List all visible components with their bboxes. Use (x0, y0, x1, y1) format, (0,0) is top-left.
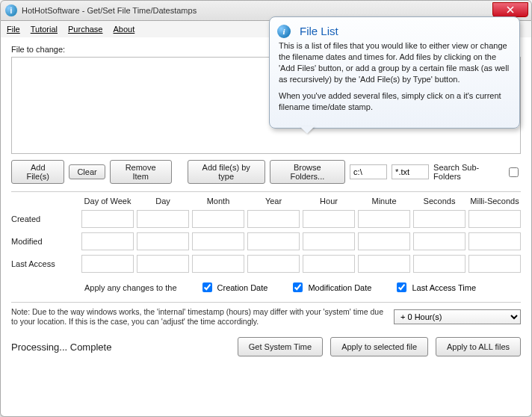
callout-p1: This is a list of files that you would l… (279, 40, 510, 84)
created-day[interactable] (137, 210, 189, 228)
lastaccess-dow[interactable] (81, 255, 134, 273)
col-month: Month (192, 197, 244, 206)
close-icon (507, 6, 514, 13)
modified-day[interactable] (137, 232, 189, 250)
last-access-checkbox[interactable] (397, 282, 406, 292)
row-lastaccess-label: Last Access (11, 259, 78, 268)
row-modified-label: Modified (11, 237, 78, 246)
apply-row: Apply any changes to the Creation Date M… (11, 280, 521, 294)
separator (11, 302, 521, 303)
modification-date-label: Modification Date (308, 283, 371, 292)
col-year: Year (247, 197, 300, 206)
grid-header: Day of Week Day Month Year Hour Minute S… (11, 197, 521, 206)
menu-purchase[interactable]: Purchase (68, 25, 102, 34)
created-milli[interactable] (468, 210, 521, 228)
last-access-label: Last Access Time (412, 283, 476, 292)
col-seconds: Seconds (413, 197, 466, 206)
lastaccess-milli[interactable] (468, 255, 521, 273)
separator (11, 191, 521, 192)
modified-year[interactable] (247, 232, 300, 250)
lastaccess-year[interactable] (247, 255, 300, 273)
modification-date-checkbox[interactable] (293, 282, 303, 292)
col-minute: Minute (358, 197, 410, 206)
apply-changes-label: Apply any changes to the (84, 283, 177, 292)
creation-date-checkbox[interactable] (202, 282, 212, 292)
apply-all-button[interactable]: Apply to ALL files (436, 337, 521, 356)
modified-minute[interactable] (358, 232, 410, 250)
callout-p2: When you've added several files, simply … (279, 90, 510, 113)
get-system-time-button[interactable]: Get System Time (238, 337, 323, 356)
tooltip-callout: i File List This is a list of files that… (269, 16, 520, 129)
modified-hour[interactable] (303, 232, 355, 250)
apply-selected-button[interactable]: Apply to selected file (330, 337, 428, 356)
row-created: Created (11, 210, 521, 228)
row-created-label: Created (11, 214, 78, 223)
remove-item-button[interactable]: Remove Item (110, 160, 172, 184)
created-seconds[interactable] (413, 210, 466, 228)
app-icon: i (5, 4, 17, 16)
created-minute[interactable] (358, 210, 410, 228)
col-hour: Hour (303, 197, 355, 206)
created-hour[interactable] (303, 210, 355, 228)
search-subfolders-label: Search Sub-Folders (433, 163, 501, 181)
path-input[interactable] (350, 164, 387, 179)
callout-title: File List (300, 25, 510, 37)
lastaccess-day[interactable] (137, 255, 189, 273)
row-lastaccess: Last Access (11, 255, 521, 273)
bottom-row: Processing... Complete Get System Time A… (11, 337, 521, 356)
file-buttons-row: Add File(s) Clear Remove Item Add file(s… (11, 160, 521, 184)
add-by-type-button[interactable]: Add file(s) by type (188, 160, 265, 184)
lastaccess-hour[interactable] (303, 255, 355, 273)
menu-file[interactable]: File (7, 25, 20, 34)
note-row: Note: Due to the way windows works, the … (11, 307, 521, 327)
col-day: Day (137, 197, 189, 206)
row-modified: Modified (11, 232, 521, 250)
created-dow[interactable] (81, 210, 134, 228)
created-year[interactable] (247, 210, 300, 228)
close-button[interactable] (492, 2, 528, 17)
created-month[interactable] (192, 210, 244, 228)
add-files-button[interactable]: Add File(s) (11, 160, 64, 184)
status-text: Processing... Complete (11, 342, 230, 353)
menu-about[interactable]: About (114, 25, 135, 34)
modified-month[interactable] (192, 232, 244, 250)
menu-tutorial[interactable]: Tutorial (31, 25, 58, 34)
lastaccess-seconds[interactable] (413, 255, 466, 273)
search-subfolders-checkbox[interactable] (509, 167, 519, 177)
col-dayofweek: Day of Week (81, 197, 134, 206)
creation-date-label: Creation Date (217, 283, 268, 292)
modified-seconds[interactable] (413, 232, 466, 250)
browse-folders-button[interactable]: Browse Folders... (270, 160, 346, 184)
hour-offset-select[interactable]: + 0 Hour(s) (394, 309, 521, 324)
clear-button[interactable]: Clear (69, 164, 105, 179)
mask-input[interactable] (392, 164, 429, 179)
note-text: Note: Due to the way windows works, the … (11, 307, 388, 327)
lastaccess-minute[interactable] (358, 255, 410, 273)
col-milli: Milli-Seconds (468, 197, 521, 206)
lastaccess-month[interactable] (192, 255, 244, 273)
info-icon: i (277, 25, 291, 38)
modified-milli[interactable] (468, 232, 521, 250)
window-title: HotHotSoftware - Get/Set File Time/Dates… (22, 6, 197, 15)
modified-dow[interactable] (81, 232, 134, 250)
